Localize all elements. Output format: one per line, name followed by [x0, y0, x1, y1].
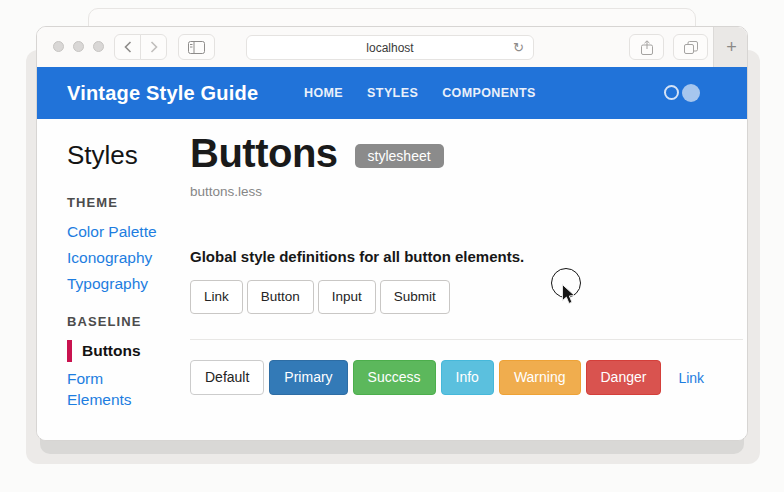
main-content: Buttons stylesheet buttons.less Global s…	[184, 119, 748, 441]
share-icon	[641, 40, 653, 55]
element-button-row: Link Button Input Submit	[190, 280, 743, 314]
danger-variant-button[interactable]: Danger	[586, 360, 662, 395]
sample-input-button[interactable]: Input	[318, 280, 376, 314]
page-body: Styles THEME Color Palette Iconography T…	[37, 119, 747, 441]
section-description: Global style definitions for all button …	[190, 247, 743, 266]
new-tab-button[interactable]: +	[713, 27, 748, 67]
traffic-lights	[53, 41, 104, 52]
primary-variant-button[interactable]: Primary	[269, 360, 347, 395]
screen: localhost ↻	[0, 0, 784, 492]
page-title: Buttons	[190, 131, 338, 175]
forward-button[interactable]	[140, 34, 167, 60]
sidebar-item-color-palette[interactable]: Color Palette	[67, 221, 165, 242]
success-variant-button[interactable]: Success	[353, 360, 436, 395]
nav-item-home[interactable]: HOME	[304, 86, 343, 100]
info-variant-button[interactable]: Info	[441, 360, 494, 395]
sidebar-item-buttons-active[interactable]: Buttons	[67, 340, 184, 362]
sidebar-item-form-elements[interactable]: Form Elements	[67, 368, 165, 410]
site-title: Vintage Style Guide	[67, 67, 258, 119]
forward-icon	[150, 41, 158, 53]
link-variant-button[interactable]: Link	[678, 370, 704, 386]
stylesheet-filename: buttons.less	[190, 183, 743, 201]
sidebar: Styles THEME Color Palette Iconography T…	[37, 119, 184, 441]
close-window-button[interactable]	[53, 41, 64, 52]
share-group	[629, 34, 664, 60]
history-buttons	[114, 34, 167, 60]
sidebar-toggle-icon	[188, 41, 205, 54]
sample-link-button[interactable]: Link	[190, 280, 243, 314]
default-variant-button[interactable]: Default	[190, 360, 264, 395]
refresh-icon[interactable]: ↻	[513, 40, 524, 55]
section-divider	[190, 339, 743, 340]
sidebar-item-typography[interactable]: Typography	[67, 273, 165, 294]
sample-button-button[interactable]: Button	[247, 280, 314, 314]
nav-item-components[interactable]: COMPONENTS	[442, 86, 536, 100]
back-icon	[124, 41, 132, 53]
sidebar-title: Styles	[67, 141, 184, 169]
tabs-icon	[684, 41, 698, 54]
stylesheet-badge: stylesheet	[355, 144, 444, 168]
warning-variant-button[interactable]: Warning	[499, 360, 581, 395]
sidebar-section-baseline: BASELINE	[67, 314, 184, 330]
zoom-window-button[interactable]	[93, 41, 104, 52]
sidebar-toggle-group	[178, 34, 215, 60]
carousel-dot-outline-icon[interactable]	[664, 85, 679, 100]
share-button[interactable]	[629, 34, 664, 60]
back-button[interactable]	[114, 34, 141, 60]
address-bar[interactable]: localhost ↻	[246, 35, 534, 60]
address-bar-url: localhost	[366, 41, 413, 55]
nav-item-styles[interactable]: STYLES	[367, 86, 418, 100]
browser-toolbar: localhost ↻	[37, 27, 747, 67]
sidebar-toggle-button[interactable]	[178, 34, 215, 60]
sidebar-item-iconography[interactable]: Iconography	[67, 247, 165, 268]
new-tab-icon: +	[726, 37, 737, 58]
variant-button-row: Default Primary Success Info Warning Dan…	[190, 360, 743, 395]
site-nav: HOME STYLES COMPONENTS	[304, 67, 536, 119]
title-row: Buttons stylesheet	[190, 131, 743, 175]
carousel-dot-filled-icon[interactable]	[682, 84, 700, 102]
sample-submit-button[interactable]: Submit	[380, 280, 450, 314]
browser-window: localhost ↻	[36, 26, 748, 441]
minimize-window-button[interactable]	[73, 41, 84, 52]
sidebar-section-theme: THEME	[67, 195, 184, 211]
tab-overview-button[interactable]	[673, 34, 708, 60]
site-header: Vintage Style Guide HOME STYLES COMPONEN…	[37, 67, 747, 119]
tab-overview-group	[673, 34, 708, 60]
